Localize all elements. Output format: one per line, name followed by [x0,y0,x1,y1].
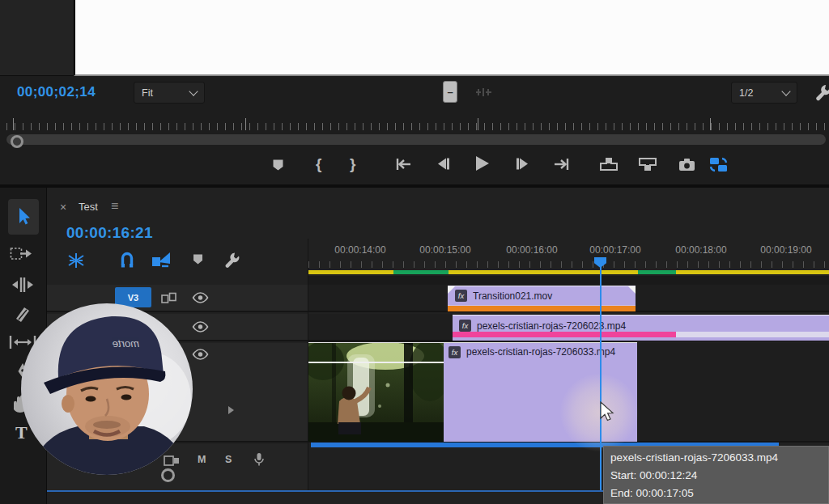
toggle-track-output-eye-v3[interactable] [192,292,209,303]
clip-name: pexels-cristian-rojas-7206033.mp4 [466,346,633,358]
program-timecode[interactable]: 00;00;02;14 [17,84,96,100]
program-monitor-screen [74,0,829,76]
type-tool[interactable]: T [15,422,28,443]
step-back-button[interactable] [435,157,451,171]
play-button[interactable] [474,155,490,172]
ruler-label: 00:00:18:00 [658,244,744,256]
zoom-level-value: Fit [142,87,153,99]
add-marker-button[interactable] [271,159,285,172]
playhead-line[interactable] [600,259,602,491]
fx-badge[interactable]: fx [449,346,461,358]
extract-button[interactable] [638,157,657,172]
timeline-timecode[interactable]: 00:00:16:21 [66,224,153,242]
ruler-label: 00:00:16:00 [489,244,575,256]
clip-name: Transition021.mov [473,290,627,302]
tooltip-title: pexels-cristian-rojas-7206033.mp4 [610,449,822,467]
fx-badge[interactable]: fx [459,320,471,332]
clip-video-thumbnail [308,343,444,442]
monitor-scrollbar[interactable] [6,134,826,145]
playback-resolution-value: 1/2 [739,87,753,99]
timeline-settings-wrench-icon[interactable] [223,252,240,269]
linked-selection-toggle[interactable] [151,251,172,270]
chevron-down-icon [189,87,198,95]
work-area-strip [308,276,829,285]
solo-track-button[interactable]: S [225,454,232,465]
transition-corner-icon [448,286,455,294]
presenter-portrait: morte [21,303,193,475]
ruler-label: 00:00:19:00 [743,244,829,256]
webcam-overlay: morte [21,303,193,475]
playback-resolution-select[interactable]: 1/2 [731,82,797,104]
tooltip-end: End: 00:00:17:05 [610,485,822,502]
track-disclosure-arrow-icon[interactable] [227,405,235,415]
clip-light-stripe [676,332,829,337]
ruler-label: 00:00:14:00 [317,244,403,256]
razor-tool[interactable] [12,305,33,326]
cap-text: morte [113,337,139,349]
insert-as-nest-toggle[interactable] [66,252,86,269]
clip-name-banner: fx pexels-cristian-rojas-7206033.mp4 [444,343,637,362]
premiere-pro-window: 00;00;02;14 Fit – 1/2 { } [0,0,829,504]
render-bar-green-segment [393,270,449,274]
comparison-view-button[interactable] [709,156,729,172]
zoom-level-select[interactable]: Fit [134,82,205,104]
selection-tool-button[interactable] [8,199,39,235]
audio-meter-knob-icon[interactable] [161,468,175,482]
timeline-add-marker-button[interactable] [192,253,204,265]
settings-wrench-icon[interactable] [814,83,829,101]
toggle-track-output-eye-v1[interactable] [192,349,209,360]
clip-name: pexels-cristian-rojas-7206023.mp4 [477,320,720,332]
timeline-ruler-ticks[interactable] [308,261,829,268]
clip-pink-stripe [453,332,676,337]
sequence-tab-test[interactable]: Test [79,201,98,213]
render-bar-yellow [308,270,829,274]
voiceover-record-mic-icon[interactable] [253,452,265,467]
clip-orange-stripe [448,305,636,311]
mute-track-button[interactable]: M [198,454,206,465]
monitor-ruler-major-ticks [13,118,826,130]
lift-button[interactable] [599,157,619,172]
panel-menu-icon[interactable]: ≡ [111,199,118,214]
source-monitor-edge [0,0,74,76]
go-to-in-button[interactable] [394,157,412,172]
mouse-cursor [597,401,617,424]
track-select-forward-tool[interactable] [10,245,34,265]
close-panel-icon[interactable]: × [60,201,66,214]
clip-info-tooltip: pexels-cristian-rojas-7206033.mp4 Start:… [603,446,829,504]
monitor-playhead-knob[interactable] [11,135,23,148]
audio-meters-icon [473,86,494,99]
go-to-out-button[interactable] [553,157,571,172]
thumbnail-divider-line [308,362,444,363]
snap-magnet-toggle[interactable] [118,251,136,270]
mark-out-button[interactable]: } [350,156,355,172]
clip-7206023[interactable]: fx pexels-cristian-rojas-7206023.mp4 [453,315,829,341]
render-bar-green-segment [638,270,676,274]
selection-arrow-icon [15,207,32,227]
export-frame-camera-button[interactable] [678,158,695,172]
clip-transition021[interactable]: fx Transition021.mov [448,286,636,311]
ripple-edit-tool[interactable] [10,275,36,294]
audio-track-output-icon[interactable] [164,455,180,467]
toggle-track-output-eye-v2[interactable] [192,321,209,332]
ruler-label: 00:00:17:00 [572,244,658,256]
monitor-splitter-handle[interactable]: – [443,81,457,103]
tooltip-start: Start: 00:00:12:24 [610,467,822,485]
mark-in-button[interactable]: { [316,156,321,172]
sync-lock-icon[interactable] [161,292,177,304]
chevron-down-icon [781,87,790,95]
fx-badge[interactable]: fx [455,290,467,302]
transition-corner-icon [628,286,636,294]
ruler-label: 00:00:15:00 [402,244,488,256]
step-forward-button[interactable] [515,157,531,171]
